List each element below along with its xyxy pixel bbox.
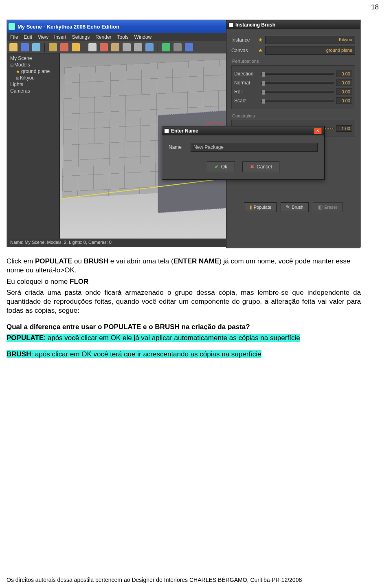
enter-name-dialog: Enter Name × Name ✔Ok ✖Cancel [162,126,325,180]
app-screenshot: My Scene - Kerkythea 2008 Echo Edition F… [7,20,361,247]
question: Qual a diferença entre usar o POPULATE e… [7,323,361,332]
perturbations-label: Perturbations [231,59,355,64]
name-label: Name [169,144,187,150]
tree-cameras[interactable]: Cameras [9,88,58,94]
open-icon[interactable] [9,43,18,51]
scene-tree: My Scene ⊟Models ★ground plane ⊞Kikyou L… [7,53,60,239]
instance-label: Instance [231,37,256,43]
star-icon[interactable]: ★ [258,37,263,43]
hand-icon[interactable] [111,43,119,51]
star-icon[interactable]: ★ [258,48,263,53]
menu-settings[interactable]: Settings [72,34,90,40]
tree-root[interactable]: My Scene [9,55,58,62]
tree-lights[interactable]: Lights [9,81,58,88]
cancel-button[interactable]: ✖Cancel [242,161,279,172]
menu-window[interactable]: Window [134,34,152,40]
name-input[interactable] [191,143,318,152]
footer: Os direitos autorais dessa apostila pert… [7,577,361,583]
save2-icon[interactable] [32,43,40,51]
sun-icon[interactable] [72,43,80,51]
panel-title: Instancing Brush [226,20,360,29]
instance-value[interactable]: Kikyou [265,36,355,44]
constraints-label: Constraints [231,113,355,118]
menu-file[interactable]: File [10,34,18,40]
save-icon[interactable] [21,43,29,51]
page-number: 18 [371,3,379,11]
menu-render[interactable]: Render [95,34,111,40]
image-icon[interactable] [185,43,193,51]
body-text: Click em POPULATE ou BRUSH e vai abrir u… [7,257,361,361]
app-icon [9,23,15,30]
populate-button[interactable]: ▮Populate [244,202,277,212]
slider-roll[interactable]: Roll0.00 [234,88,352,95]
bulb-icon[interactable] [49,43,57,51]
home-icon[interactable] [145,43,154,51]
slider-normal[interactable]: Normal0.00 [234,80,352,86]
globe-icon[interactable] [60,43,68,51]
stop-icon[interactable] [174,43,182,51]
dialog-titlebar: Enter Name × [162,126,324,135]
orbit-icon[interactable] [123,43,131,51]
ok-button[interactable]: ✔Ok [207,161,235,172]
menu-tools[interactable]: Tools [117,34,129,40]
slider-scale[interactable]: Scale0.00 [234,97,352,104]
panel-icon [229,23,233,27]
dialog-icon [165,129,169,133]
tree-models[interactable]: ⊟Models [9,62,58,68]
menu-edit[interactable]: Edit [24,34,32,40]
menu-view[interactable]: View [38,34,48,40]
zoom-icon[interactable] [134,43,142,51]
pointer-icon[interactable] [88,43,97,51]
slider-direction[interactable]: Direction0.00 [234,71,352,77]
brush-button[interactable]: ✎Brush [281,202,309,212]
tree-ground-plane[interactable]: ★ground plane [9,68,58,75]
eraser-button[interactable]: ◧Eraser [313,202,343,212]
menu-insert[interactable]: Insert [54,34,66,40]
dialog-close-button[interactable]: × [314,128,322,134]
canvas-label: Canvas [231,48,256,53]
render-icon[interactable] [162,43,170,51]
perturbations-group: Direction0.00 Normal0.00 Roll0.00 Scale0… [231,65,355,109]
window-title: My Scene - Kerkythea 2008 Echo Edition [18,24,119,30]
canvas-value[interactable]: ground plane [265,46,355,55]
target-icon[interactable] [100,43,108,51]
tree-kikyou[interactable]: ⊞Kikyou [9,75,58,81]
